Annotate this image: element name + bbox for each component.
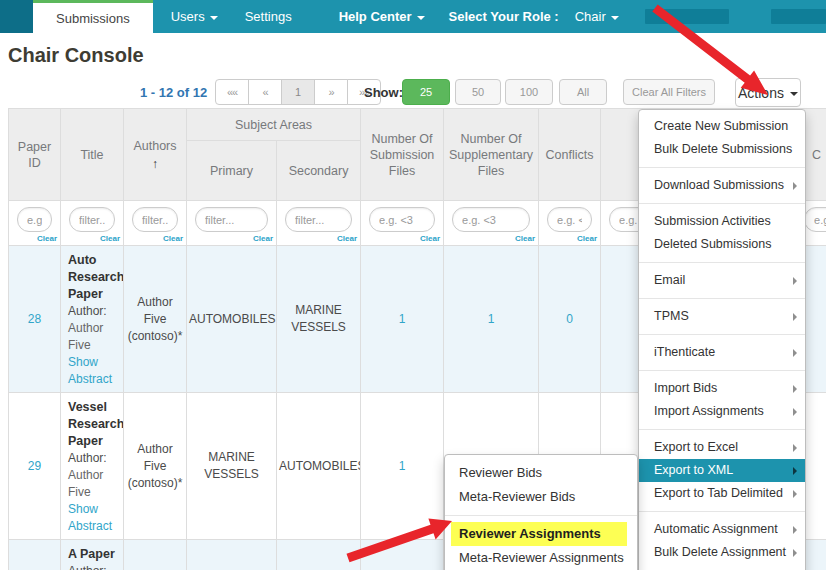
paper-title: Vessel Research Paper (68, 399, 117, 450)
filter-authors-input[interactable] (132, 207, 178, 232)
menu-item-automatic-assignment[interactable]: Automatic Assignment (639, 518, 805, 541)
role-dropdown[interactable]: Chair (575, 9, 619, 24)
caret-down-icon (611, 16, 619, 20)
filter-conflicts-input[interactable] (547, 207, 592, 232)
col-group-subject-areas: Subject Areas (187, 109, 361, 141)
clear-filter-link[interactable]: Clear (163, 234, 183, 243)
menu-item-import-assignments[interactable]: Import Assignments (639, 400, 805, 423)
filter-secondary-input[interactable] (285, 207, 352, 232)
submenu-item-reviewer-bids[interactable]: Reviewer Bids (445, 461, 637, 485)
caret-down-icon (790, 92, 798, 96)
submenu-item-reviewer-assignments[interactable]: Reviewer Assignments (451, 522, 627, 546)
menu-divider (639, 262, 805, 263)
primary-subject-cell: MARINE VESSELS (187, 393, 277, 540)
show-label: Show: (364, 85, 403, 100)
col-header-paper-id[interactable]: Paper ID (9, 109, 61, 201)
page-title: Chair Console (8, 44, 144, 67)
clear-filter-link[interactable]: Clear (577, 234, 597, 243)
page-size-50-button[interactable]: 50 (455, 79, 501, 105)
menu-divider (639, 167, 805, 168)
menu-divider (639, 203, 805, 204)
submission-files-link[interactable]: 1 (399, 312, 406, 326)
page-prev-button[interactable]: « (248, 79, 282, 105)
menu-item-import-bids[interactable]: Import Bids (639, 377, 805, 400)
clear-filter-link[interactable]: Clear (37, 234, 57, 243)
caret-down-icon (417, 16, 425, 20)
clear-filter-link[interactable]: Clear (420, 234, 440, 243)
page-size-25-button[interactable]: 25 (402, 79, 450, 105)
submenu-item-meta-reviewer-bids[interactable]: Meta-Reviewer Bids (445, 485, 637, 509)
filter-clipped-last-input[interactable] (804, 207, 826, 232)
menu-item-tpms[interactable]: TPMS (639, 305, 805, 328)
col-header-supplementary-files[interactable]: Number Of Supplementary Files (444, 109, 539, 201)
filter-title-input[interactable] (69, 207, 115, 232)
authors-cell: Author Five (contoso)* (124, 246, 187, 393)
menu-divider (639, 370, 805, 371)
menu-item-download-submissions[interactable]: Download Submissions (639, 174, 805, 197)
toolbar: 1 - 12 of 12 «« « 1 » »» Show: 25 50 100… (0, 78, 826, 108)
col-header-submission-files[interactable]: Number Of Submission Files (361, 109, 444, 201)
actions-button[interactable]: Actions (735, 78, 801, 107)
tab-settings-label: Settings (245, 9, 292, 24)
clear-filter-link[interactable]: Clear (100, 234, 120, 243)
submission-files-link[interactable]: 1 (399, 459, 406, 473)
menu-item-create-new-submission[interactable]: Create New Submission (639, 115, 805, 138)
submenu-arrow-icon (793, 385, 797, 393)
tab-settings[interactable]: Settings (245, 9, 292, 24)
menu-item-export-to-excel[interactable]: Export to Excel (639, 436, 805, 459)
paper-id-link[interactable]: 29 (28, 459, 41, 473)
clear-filter-link[interactable]: Clear (253, 234, 273, 243)
menu-item-ithenticate[interactable]: iThenticate (639, 341, 805, 364)
submenu-item-meta-reviewer-assignments[interactable]: Meta-Reviewer Assignments (445, 546, 637, 570)
page-number-button[interactable]: 1 (281, 79, 315, 105)
redacted-text-block[interactable] (645, 9, 729, 24)
filter-primary-input[interactable] (195, 207, 268, 232)
menu-divider (639, 334, 805, 335)
menu-divider (639, 429, 805, 430)
tab-submissions-label: Submissions (56, 11, 130, 26)
menu-item-submission-activities[interactable]: Submission Activities (639, 210, 805, 233)
filter-paper-id-input[interactable] (17, 207, 52, 232)
show-abstract-link[interactable]: Show Abstract (68, 355, 112, 386)
result-range-label: 1 - 12 of 12 (140, 85, 207, 100)
clear-all-filters-button[interactable]: Clear All Filters (623, 79, 715, 105)
page-size-all-button[interactable]: All (559, 79, 607, 105)
menu-item-export-to-xml[interactable]: Export to XML (639, 459, 805, 482)
tab-submissions[interactable]: Submissions (33, 0, 153, 33)
menu-item-bulk-delete-assignment[interactable]: Bulk Delete Assignment (639, 541, 805, 564)
supplementary-files-link[interactable]: 1 (488, 312, 495, 326)
actions-dropdown-menu: Create New Submission Bulk Delete Submis… (638, 109, 806, 570)
filter-submission-files-input[interactable] (369, 207, 435, 232)
col-header-title[interactable]: Title (61, 109, 124, 201)
page-first-button[interactable]: «« (215, 79, 249, 105)
col-header-authors[interactable]: Authors ↑ (124, 109, 187, 201)
role-value-label: Chair (575, 9, 606, 24)
primary-subject-cell: AUTOMOBILES (187, 246, 277, 393)
clear-filter-link[interactable]: Clear (515, 234, 535, 243)
paper-title: Auto Research Paper (68, 252, 117, 303)
chair-console-page: Submissions Users Settings Help Center S… (0, 0, 826, 570)
tab-users[interactable]: Users (171, 9, 218, 24)
paper-title: A Paper (68, 546, 117, 563)
redacted-text-block[interactable] (771, 9, 826, 24)
col-header-secondary[interactable]: Secondary (277, 141, 361, 201)
show-abstract-link[interactable]: Show Abstract (68, 502, 112, 533)
menu-item-export-to-tab-delimited[interactable]: Export to Tab Delimited (639, 482, 805, 505)
paper-id-link[interactable]: 28 (28, 312, 41, 326)
menu-item-deleted-submissions[interactable]: Deleted Submissions (639, 233, 805, 256)
filter-supplementary-files-input[interactable] (452, 207, 530, 232)
menu-item-email[interactable]: Email (639, 269, 805, 292)
submenu-arrow-icon (793, 549, 797, 557)
col-header-conflicts[interactable]: Conflicts (539, 109, 601, 201)
help-center-menu[interactable]: Help Center (339, 9, 425, 24)
submenu-arrow-icon (793, 277, 797, 285)
page-size-100-button[interactable]: 100 (505, 79, 553, 105)
page-next-button[interactable]: » (314, 79, 348, 105)
menu-item-bulk-delete-submissions[interactable]: Bulk Delete Submissions (639, 138, 805, 161)
col-header-primary[interactable]: Primary (187, 141, 277, 201)
submenu-arrow-icon (793, 313, 797, 321)
conflicts-link[interactable]: 0 (566, 312, 573, 326)
export-xml-submenu: Reviewer Bids Meta-Reviewer Bids Reviewe… (444, 454, 638, 570)
clear-filter-link[interactable]: Clear (337, 234, 357, 243)
help-center-label: Help Center (339, 9, 412, 24)
